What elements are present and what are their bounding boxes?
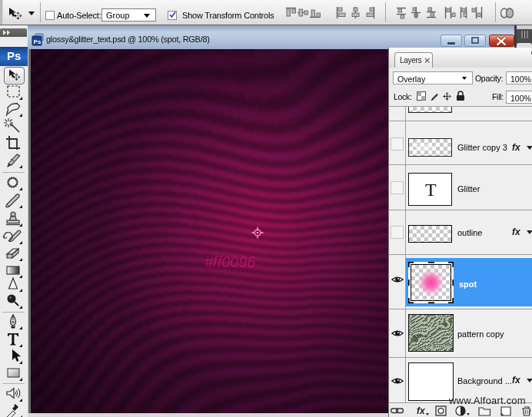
svg-text:fx: fx — [417, 405, 426, 416]
svg-text:#ff0096: #ff0096 — [204, 253, 257, 270]
svg-text:Ps: Ps — [34, 38, 42, 45]
